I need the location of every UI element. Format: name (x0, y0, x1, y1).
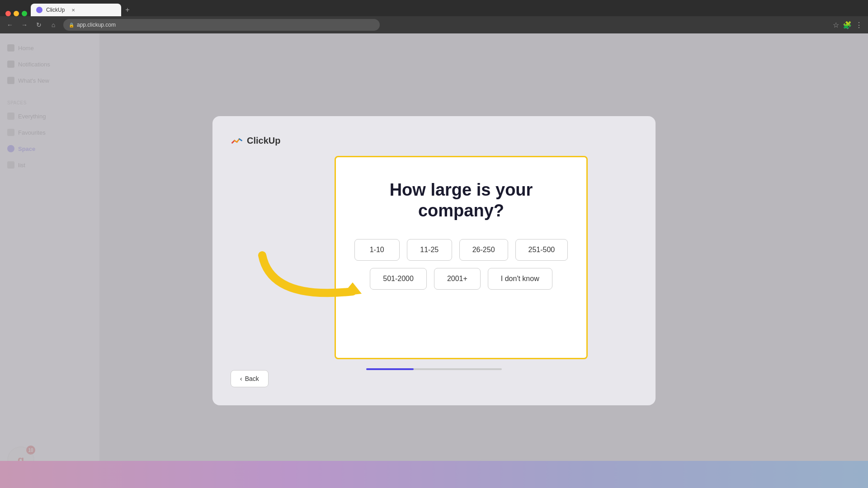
progress-bar-container (366, 368, 502, 370)
arrow-annotation (253, 246, 380, 319)
url-text: app.clickup.com (77, 22, 116, 28)
back-chevron-icon: ‹ (240, 375, 242, 382)
clickup-logo-icon (231, 134, 243, 147)
forward-nav-button[interactable]: → (20, 20, 29, 29)
tab-bar: ClickUp ✕ + (0, 0, 868, 16)
modal-card: ClickUp How large is your company? 1-10 … (212, 116, 656, 405)
modal-logo-text: ClickUp (247, 136, 280, 146)
extensions-icon[interactable]: 🧩 (843, 21, 852, 29)
browser-actions: ☆ 🧩 ⋮ (833, 21, 863, 29)
option-11-25[interactable]: 11-25 (407, 239, 452, 261)
main-content: Home Notifications What's New Spaces Eve… (0, 33, 868, 488)
option-26-250[interactable]: 26-250 (459, 239, 508, 261)
tab-title: ClickUp (46, 7, 65, 13)
back-nav-button[interactable]: ← (5, 20, 14, 29)
lock-icon: 🔒 (69, 23, 74, 28)
browser-chrome: ClickUp ✕ + ← → ↻ ⌂ 🔒 app.clickup.com ☆ … (0, 0, 868, 33)
options-row-2: 501-2000 2001+ I don't know (354, 268, 568, 290)
refresh-button[interactable]: ↻ (34, 20, 43, 29)
star-icon[interactable]: ☆ (833, 21, 839, 29)
option-2001-plus[interactable]: 2001+ (434, 268, 481, 290)
modal-body: How large is your company? 1-10 11-25 26… (231, 156, 637, 387)
progress-bar-fill (366, 368, 414, 370)
url-bar[interactable]: 🔒 app.clickup.com (63, 19, 380, 31)
traffic-lights (5, 11, 27, 16)
close-button[interactable] (5, 11, 11, 16)
back-button[interactable]: ‹ Back (231, 370, 269, 387)
browser-tab[interactable]: ClickUp ✕ (31, 4, 121, 16)
modal-overlay: ClickUp How large is your company? 1-10 … (0, 33, 868, 488)
new-tab-button[interactable]: + (121, 4, 134, 16)
option-251-500[interactable]: 251-500 (515, 239, 568, 261)
option-dont-know[interactable]: I don't know (488, 268, 552, 290)
maximize-button[interactable] (22, 11, 27, 16)
menu-icon[interactable]: ⋮ (855, 21, 863, 29)
modal-progress (366, 368, 502, 370)
back-button-label: Back (245, 375, 259, 382)
home-button[interactable]: ⌂ (49, 20, 58, 29)
tab-close-icon[interactable]: ✕ (70, 7, 76, 13)
modal-logo: ClickUp (231, 134, 637, 147)
options-grid: 1-10 11-25 26-250 251-500 501-2000 2001+… (354, 239, 568, 290)
minimize-button[interactable] (14, 11, 19, 16)
options-row-1: 1-10 11-25 26-250 251-500 (354, 239, 568, 261)
tab-favicon (36, 7, 42, 13)
address-bar: ← → ↻ ⌂ 🔒 app.clickup.com ☆ 🧩 ⋮ (0, 16, 868, 33)
question-title: How large is your company? (354, 180, 568, 221)
